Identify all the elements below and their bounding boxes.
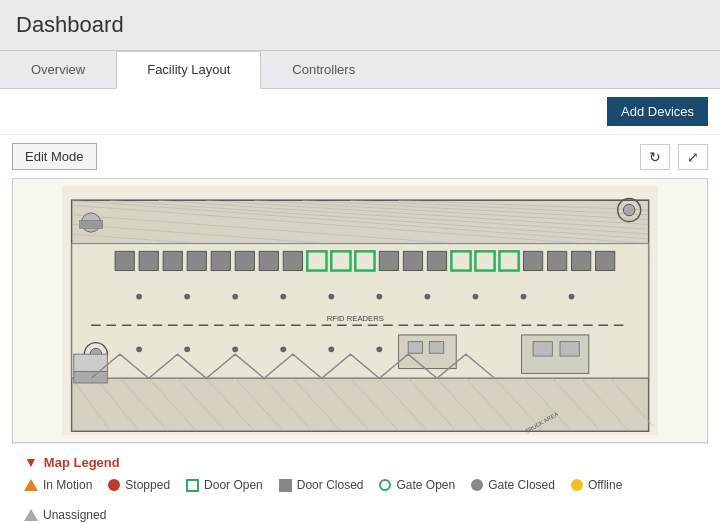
svg-rect-39 (163, 251, 182, 270)
stopped-icon (108, 479, 120, 491)
svg-rect-73 (429, 341, 443, 353)
legend-item-offline: Offline (571, 478, 622, 492)
chevron-icon: ▼ (24, 454, 38, 470)
legend-item-gate-closed: Gate Closed (471, 478, 555, 492)
legend-item-in-motion: In Motion (24, 478, 92, 492)
tab-controllers[interactable]: Controllers (261, 51, 386, 88)
expand-button[interactable]: ⤢ (678, 144, 708, 170)
svg-point-79 (328, 293, 334, 299)
tab-overview[interactable]: Overview (0, 51, 116, 88)
svg-rect-69 (533, 341, 552, 355)
gate-open-label: Gate Open (396, 478, 455, 492)
tab-facility-layout[interactable]: Facility Layout (116, 51, 261, 89)
svg-point-86 (184, 346, 190, 352)
legend-item-unassigned: Unassigned (24, 508, 106, 522)
unassigned-icon (24, 509, 38, 521)
svg-rect-71 (398, 335, 456, 369)
legend-item-door-open: Door Open (186, 478, 263, 492)
legend-header[interactable]: ▼ Map Legend (24, 454, 696, 470)
svg-rect-56 (571, 251, 590, 270)
legend-item-door-closed: Door Closed (279, 478, 364, 492)
map-container: RFID READERS (12, 178, 708, 443)
legend-item-stopped: Stopped (108, 478, 170, 492)
page-title: Dashboard (16, 12, 704, 38)
legend-item-gate-open: Gate Open (379, 478, 455, 492)
svg-point-77 (232, 293, 238, 299)
main-content: Edit Mode ↻ ⤢ (0, 135, 720, 523)
facility-map: RFID READERS (27, 186, 693, 436)
svg-rect-48 (379, 251, 398, 270)
svg-rect-41 (211, 251, 230, 270)
stopped-label: Stopped (125, 478, 170, 492)
tab-bar: Overview Facility Layout Controllers (0, 51, 720, 89)
svg-point-90 (376, 346, 382, 352)
svg-point-63 (623, 204, 635, 216)
door-open-label: Door Open (204, 478, 263, 492)
svg-rect-38 (139, 251, 158, 270)
offline-label: Offline (588, 478, 622, 492)
header: Dashboard Overview Facility Layout Contr… (0, 0, 720, 135)
svg-rect-42 (235, 251, 254, 270)
facility-svg: RFID READERS (27, 186, 693, 436)
offline-icon (571, 479, 583, 491)
svg-rect-65 (74, 371, 108, 383)
svg-rect-72 (408, 341, 422, 353)
gate-closed-label: Gate Closed (488, 478, 555, 492)
svg-point-88 (280, 346, 286, 352)
main-toolbar: Add Devices (0, 89, 720, 135)
svg-rect-55 (547, 251, 566, 270)
svg-rect-44 (283, 251, 302, 270)
svg-rect-40 (187, 251, 206, 270)
legend-items: In Motion Stopped Door Open Door Closed … (24, 478, 696, 522)
svg-rect-70 (560, 341, 579, 355)
in-motion-label: In Motion (43, 478, 92, 492)
svg-point-76 (184, 293, 190, 299)
edit-mode-button[interactable]: Edit Mode (12, 143, 97, 170)
svg-rect-67 (79, 220, 102, 228)
map-legend: ▼ Map Legend In Motion Stopped Door Open… (12, 443, 708, 523)
in-motion-icon (24, 479, 38, 491)
svg-rect-43 (259, 251, 278, 270)
svg-point-82 (472, 293, 478, 299)
svg-point-80 (376, 293, 382, 299)
svg-point-84 (569, 293, 575, 299)
legend-title: Map Legend (44, 455, 120, 470)
svg-rect-16 (72, 378, 649, 431)
svg-rect-54 (523, 251, 542, 270)
svg-text:RFID READERS: RFID READERS (327, 313, 384, 322)
gate-open-icon (379, 479, 391, 491)
svg-rect-37 (115, 251, 134, 270)
refresh-button[interactable]: ↻ (640, 144, 670, 170)
svg-point-85 (136, 346, 142, 352)
svg-point-87 (232, 346, 238, 352)
door-closed-label: Door Closed (297, 478, 364, 492)
door-closed-icon (279, 479, 292, 492)
svg-point-83 (520, 293, 526, 299)
svg-rect-49 (403, 251, 422, 270)
unassigned-label: Unassigned (43, 508, 106, 522)
content-toolbar: Edit Mode ↻ ⤢ (12, 143, 708, 170)
map-actions: ↻ ⤢ (640, 144, 708, 170)
gate-closed-icon (471, 479, 483, 491)
svg-point-75 (136, 293, 142, 299)
svg-rect-50 (427, 251, 446, 270)
add-devices-button[interactable]: Add Devices (607, 97, 708, 126)
expand-icon: ⤢ (687, 149, 699, 165)
svg-point-81 (424, 293, 430, 299)
svg-point-89 (328, 346, 334, 352)
refresh-icon: ↻ (649, 149, 661, 165)
svg-point-78 (280, 293, 286, 299)
door-open-icon (186, 479, 199, 492)
svg-rect-57 (595, 251, 614, 270)
